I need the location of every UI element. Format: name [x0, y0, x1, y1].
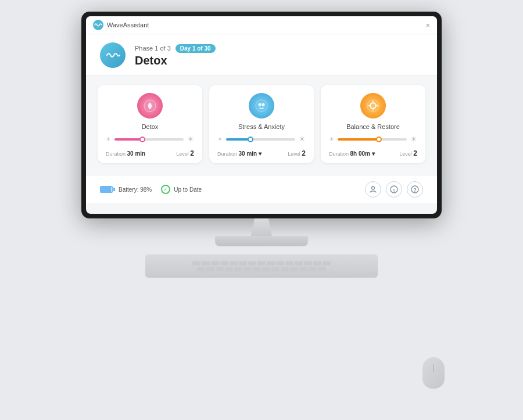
- stress-card-footer: Duration 30 min ▾ Level 2: [217, 149, 306, 157]
- phase-avatar: [100, 42, 126, 68]
- svg-point-2: [148, 104, 152, 107]
- stress-icon: [255, 99, 268, 112]
- battery-fill: [101, 187, 111, 192]
- status-right: i ?: [365, 181, 423, 198]
- svg-point-4: [259, 103, 262, 106]
- detox-icon: [144, 99, 156, 112]
- balance-card-label: Balance & Restore: [346, 123, 400, 130]
- monitor-screen: WaveAssistant × Phase 1: [86, 16, 437, 214]
- status-bar: Battery: 98% ✓ Up to Date: [86, 175, 437, 203]
- phase-label: Phase 1 of 3: [135, 45, 171, 52]
- detox-slider-track[interactable]: [114, 138, 184, 141]
- mouse: [422, 357, 445, 389]
- kb-key: [290, 267, 298, 271]
- person-icon: [369, 185, 377, 193]
- detox-duration: Duration 30 min: [106, 150, 145, 157]
- stress-level: Level 2: [288, 149, 306, 157]
- svg-point-7: [370, 103, 376, 109]
- stress-anxiety-card[interactable]: Stress & Anxiety ☀ ☀ Duration 30 min ▾: [209, 85, 314, 163]
- detox-card-icon: [137, 93, 163, 119]
- detox-card-label: Detox: [142, 123, 159, 130]
- stress-slider-thumb[interactable]: [248, 137, 253, 142]
- balance-slider-row: ☀ ☀: [329, 135, 417, 143]
- stress-duration: Duration 30 min ▾: [217, 150, 262, 157]
- help-button[interactable]: ?: [407, 181, 423, 198]
- kb-key: [230, 261, 238, 265]
- close-button[interactable]: ×: [425, 21, 430, 29]
- stress-card-label: Stress & Anxiety: [238, 123, 285, 130]
- kb-key: [202, 261, 210, 265]
- kb-key: [225, 267, 233, 271]
- app-header: Phase 1 of 3 Day 1 of 30 Detox: [86, 34, 437, 76]
- battery-text: Battery: 98%: [119, 186, 152, 193]
- stand-neck: [244, 218, 279, 236]
- app-window: WaveAssistant × Phase 1: [86, 16, 437, 214]
- balance-restore-card[interactable]: Balance & Restore ☀ ☀ Duration 8h 00m ▾: [321, 85, 425, 163]
- kb-key: [253, 267, 261, 271]
- kb-key: [192, 261, 200, 265]
- kb-key: [281, 267, 289, 271]
- stress-sun-high-icon: ☀: [299, 135, 306, 143]
- detox-sun-low-icon: ☀: [106, 136, 111, 142]
- kb-key: [267, 261, 275, 265]
- update-item: ✓ Up to Date: [161, 185, 202, 194]
- monitor-stand: [81, 218, 442, 246]
- stress-slider-track[interactable]: [226, 138, 295, 141]
- detox-card[interactable]: Detox ☀ ☀ Duration 30 min Level 2: [98, 85, 202, 163]
- phase-name: Detox: [135, 54, 216, 67]
- phase-info: Phase 1 of 3 Day 1 of 30 Detox: [135, 44, 216, 67]
- titlebar-title: WaveAssistant: [107, 21, 149, 28]
- detox-level: Level 2: [176, 149, 194, 157]
- detox-slider-thumb[interactable]: [139, 137, 145, 142]
- kb-key: [323, 261, 331, 265]
- help-icon: ?: [411, 185, 419, 193]
- monitor: WaveAssistant × Phase 1: [81, 12, 442, 246]
- phase-top: Phase 1 of 3 Day 1 of 30: [135, 44, 216, 53]
- balance-sun-high-icon: ☀: [410, 135, 417, 143]
- status-left: Battery: 98% ✓ Up to Date: [100, 185, 202, 194]
- stress-dropdown-arrow[interactable]: ▾: [259, 150, 262, 157]
- day-badge: Day 1 of 30: [175, 44, 216, 53]
- svg-point-5: [262, 103, 265, 106]
- balance-slider-thumb[interactable]: [376, 137, 382, 142]
- battery-tip: [113, 188, 115, 191]
- person-button[interactable]: [365, 181, 381, 198]
- stress-card-icon: [249, 93, 274, 119]
- info-button[interactable]: i: [386, 181, 402, 198]
- stress-sun-low-icon: ☀: [217, 136, 223, 142]
- kb-key: [211, 261, 219, 265]
- kb-key: [262, 267, 270, 271]
- balance-card-footer: Duration 8h 00m ▾ Level 2: [329, 149, 417, 157]
- kb-key: [220, 261, 228, 265]
- kb-key: [318, 267, 326, 271]
- monitor-bezel: WaveAssistant × Phase 1: [81, 12, 442, 218]
- detox-sun-high-icon: ☀: [187, 135, 194, 143]
- svg-text:i: i: [393, 188, 395, 193]
- cards-section: Detox ☀ ☀ Duration 30 min Level 2: [86, 76, 437, 173]
- balance-card-icon: [360, 93, 386, 119]
- balance-slider-track[interactable]: [338, 138, 407, 141]
- kb-key: [234, 267, 242, 271]
- svg-text:?: ?: [413, 187, 417, 193]
- kb-key: [285, 261, 293, 265]
- keyboard-row-2: [150, 267, 373, 271]
- update-text: Up to Date: [174, 186, 202, 193]
- balance-dropdown-arrow[interactable]: ▾: [372, 150, 375, 157]
- info-icon: i: [390, 185, 398, 193]
- kb-key: [309, 267, 317, 271]
- balance-level: Level 2: [399, 149, 417, 157]
- balance-sun-low-icon: ☀: [329, 136, 334, 142]
- titlebar: WaveAssistant ×: [86, 16, 437, 34]
- stand-base: [215, 236, 308, 246]
- kb-key: [248, 261, 256, 265]
- keyboard-row-1: [150, 261, 373, 265]
- check-icon: ✓: [161, 185, 170, 194]
- detox-card-footer: Duration 30 min Level 2: [106, 149, 194, 157]
- kb-key: [271, 267, 280, 271]
- kb-key: [197, 267, 205, 271]
- battery-item: Battery: 98%: [100, 186, 152, 193]
- scene: WaveAssistant × Phase 1: [0, 0, 523, 420]
- wave-avatar-icon: [105, 48, 120, 63]
- kb-key: [299, 267, 307, 271]
- kb-key: [313, 261, 321, 265]
